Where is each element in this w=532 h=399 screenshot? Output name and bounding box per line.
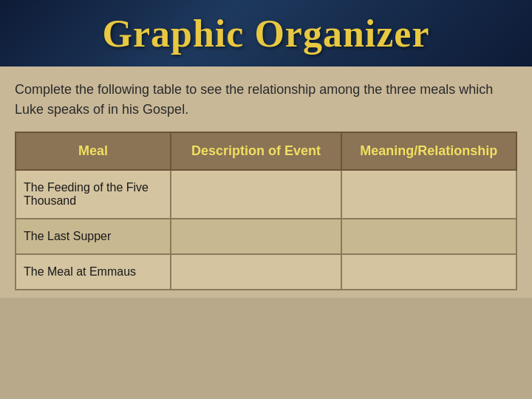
row1-description [171, 170, 341, 219]
row3-description [171, 254, 341, 290]
column-header-meaning: Meaning/Relationship [341, 132, 516, 170]
row2-description [171, 219, 341, 254]
row1-meal: The Feeding of the Five Thousand [16, 170, 171, 219]
row1-meaning [341, 170, 516, 219]
row3-meal: The Meal at Emmaus [16, 254, 171, 290]
column-header-meal: Meal [16, 132, 171, 170]
table-header-row: Meal Description of Event Meaning/Relati… [16, 132, 516, 170]
intro-paragraph: Complete the following table to see the … [15, 80, 517, 120]
row3-meaning [341, 254, 516, 290]
header-title-wrap: Graphic Organizer [102, 12, 429, 55]
table-row: The Feeding of the Five Thousand [16, 170, 516, 219]
page-wrapper: Graphic Organizer Complete the following… [0, 0, 532, 298]
page-title: Graphic Organizer [102, 13, 429, 55]
content-area: Complete the following table to see the … [0, 66, 532, 298]
row2-meal: The Last Supper [16, 219, 171, 254]
header: Graphic Organizer [0, 0, 532, 66]
row2-meaning [341, 219, 516, 254]
organizer-table: Meal Description of Event Meaning/Relati… [15, 132, 517, 290]
table-row: The Last Supper [16, 219, 516, 254]
column-header-description: Description of Event [171, 132, 341, 170]
table-row: The Meal at Emmaus [16, 254, 516, 290]
